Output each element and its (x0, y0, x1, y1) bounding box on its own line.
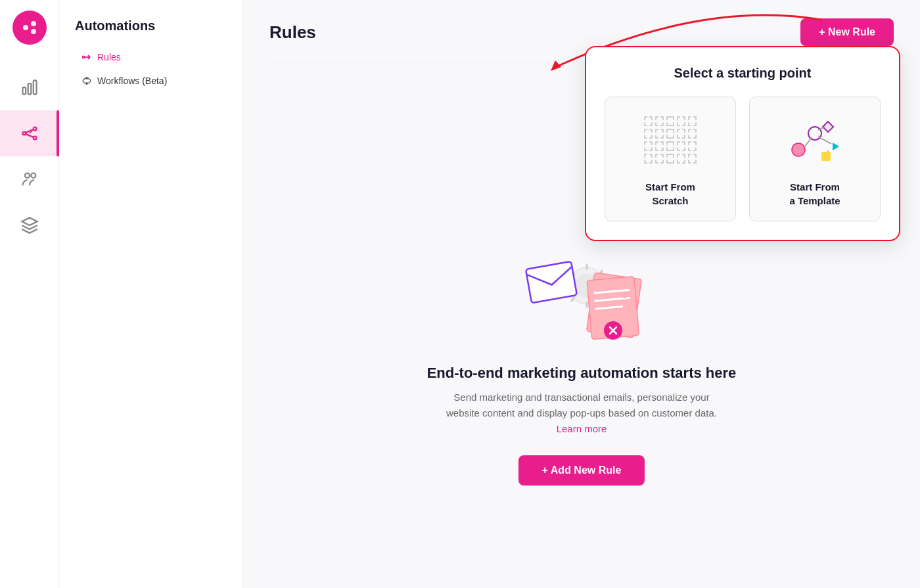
page-title: Rules (269, 22, 316, 43)
logo-button[interactable] (12, 11, 47, 45)
scratch-icon (641, 110, 700, 170)
svg-point-6 (22, 132, 26, 135)
svg-rect-5 (33, 81, 36, 95)
svg-rect-4 (28, 83, 31, 94)
svg-line-25 (805, 137, 812, 147)
svg-rect-39 (526, 261, 577, 303)
svg-point-1 (31, 21, 36, 26)
main-content: Rules + New Rule Select a starting point (243, 0, 920, 588)
svg-point-54 (620, 303, 623, 306)
svg-line-27 (818, 137, 831, 144)
popup-options: Start FromScratch (605, 97, 881, 221)
learn-more-link[interactable]: Learn more (557, 423, 607, 434)
svg-point-8 (33, 137, 36, 140)
nav-item-workflows[interactable]: Workflows (Beta) (75, 70, 227, 91)
illustration (490, 233, 674, 351)
popup-title: Select a starting point (605, 66, 881, 81)
svg-point-18 (86, 83, 87, 84)
nav-analytics[interactable] (0, 64, 59, 110)
template-label: Start Froma Template (789, 180, 840, 208)
scratch-grid (644, 116, 697, 164)
svg-point-20 (792, 143, 805, 156)
popup-container: Select a starting point (585, 46, 900, 241)
svg-point-53 (629, 300, 633, 304)
svg-point-17 (86, 78, 87, 79)
svg-rect-3 (22, 87, 26, 95)
icon-sidebar (0, 0, 59, 588)
svg-point-52 (622, 293, 627, 298)
nav-contacts[interactable] (0, 156, 59, 202)
svg-line-37 (572, 297, 574, 301)
svg-rect-24 (821, 152, 831, 161)
svg-point-21 (808, 127, 821, 140)
nav-layers[interactable] (0, 202, 59, 248)
svg-point-12 (31, 173, 35, 178)
left-panel-title: Automations (75, 18, 227, 34)
nav-automations[interactable] (0, 110, 59, 156)
add-new-rule-button[interactable]: + Add New Rule (518, 455, 645, 486)
start-from-scratch-option[interactable]: Start FromScratch (605, 97, 736, 221)
main-header: Rules + New Rule (269, 18, 894, 46)
workflows-label: Workflows (Beta) (97, 76, 167, 86)
left-panel: Automations Rules Workflows (Beta) (59, 0, 243, 588)
svg-line-9 (26, 129, 34, 133)
nav-item-rules[interactable]: Rules (75, 47, 227, 68)
empty-state: End-to-end marketing automation starts h… (269, 233, 894, 486)
svg-point-11 (25, 173, 30, 178)
start-from-template-option[interactable]: Start Froma Template (749, 97, 881, 221)
empty-state-description: Send marketing and transactional emails,… (437, 390, 726, 437)
popup-box: Select a starting point (585, 46, 900, 241)
svg-point-0 (23, 25, 28, 30)
svg-line-10 (26, 134, 34, 137)
svg-point-2 (31, 29, 36, 34)
template-icon (785, 110, 844, 170)
svg-point-13 (83, 57, 85, 58)
rules-label: Rules (97, 52, 121, 62)
svg-marker-23 (833, 143, 839, 150)
new-rule-button[interactable]: + New Rule (800, 18, 894, 46)
scratch-label: Start FromScratch (645, 180, 695, 208)
empty-state-title: End-to-end marketing automation starts h… (427, 365, 737, 382)
svg-point-7 (33, 127, 36, 131)
